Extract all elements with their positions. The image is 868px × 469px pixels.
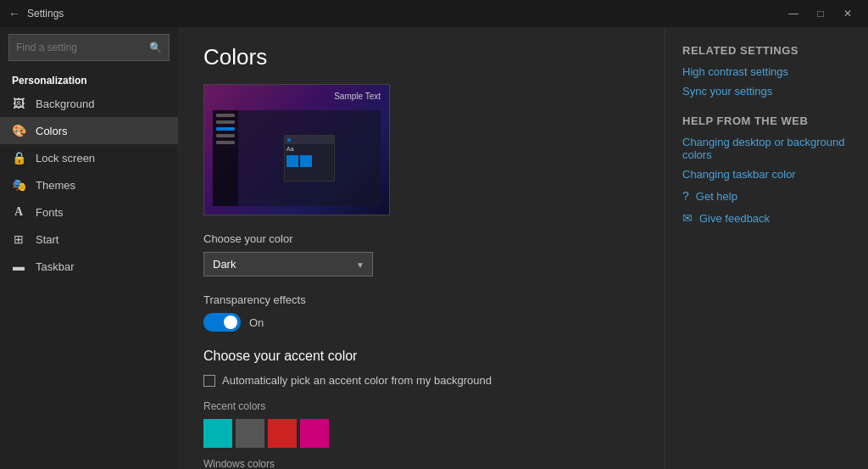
recent-color-swatch[interactable]: [300, 419, 329, 448]
taskbar-icon: ▬: [12, 260, 25, 273]
colors-icon: 🎨: [12, 124, 25, 137]
recent-colors-label: Recent colors: [203, 400, 639, 412]
preview-tiles: [287, 155, 332, 167]
preview-sidebar: [213, 110, 238, 206]
help-heading: Help from the web: [682, 114, 851, 127]
sidebar-label-colors: Colors: [36, 125, 68, 137]
sidebar-label-fonts: Fonts: [36, 206, 64, 219]
sidebar: 🔍 Personalization 🖼 Background 🎨 Colors …: [0, 27, 178, 469]
close-button[interactable]: ✕: [836, 5, 860, 22]
search-input[interactable]: [16, 42, 149, 53]
sidebar-item-taskbar[interactable]: ▬ Taskbar: [0, 253, 178, 280]
preview-tile: [300, 155, 312, 167]
related-settings-heading: Related Settings: [682, 44, 851, 57]
search-box[interactable]: 🔍: [8, 34, 170, 61]
preview-line: [216, 134, 235, 137]
accent-color-section: Choose your accent color Automatically p…: [203, 349, 639, 469]
get-help-link[interactable]: Get help: [696, 190, 737, 203]
auto-pick-label: Automatically pick an accent color from …: [222, 374, 492, 387]
background-icon: 🖼: [12, 97, 25, 110]
sidebar-label-taskbar: Taskbar: [36, 260, 75, 273]
sidebar-label-start: Start: [36, 233, 58, 246]
preview-line-active: [216, 127, 235, 131]
preview-line: [216, 120, 235, 124]
color-preview: Sample Text Aa: [203, 84, 390, 215]
sidebar-label-background: Background: [36, 98, 94, 110]
sidebar-label-themes: Themes: [36, 179, 75, 192]
preview-tile: [287, 155, 298, 167]
get-help-icon: ?: [682, 189, 689, 203]
maximize-button[interactable]: □: [809, 5, 832, 22]
recent-color-swatch[interactable]: [236, 419, 264, 448]
auto-pick-row[interactable]: Automatically pick an accent color from …: [203, 374, 639, 387]
right-panel: Related Settings High contrast settings …: [665, 27, 868, 469]
transparency-label: Transparency effects: [203, 293, 639, 306]
sidebar-section-label: Personalization: [0, 68, 178, 90]
sample-text-label: Sample Text: [334, 92, 381, 101]
titlebar: ← Settings — □ ✕: [0, 0, 868, 27]
preview-window: Aa: [284, 135, 335, 181]
sidebar-item-themes[interactable]: 🎭 Themes: [0, 171, 178, 198]
lock-icon: 🔒: [12, 151, 25, 165]
sidebar-item-start[interactable]: ⊞ Start: [0, 226, 178, 253]
app-body: 🔍 Personalization 🖼 Background 🎨 Colors …: [0, 27, 868, 469]
preview-line: [216, 141, 235, 144]
auto-pick-checkbox[interactable]: [203, 375, 215, 387]
recent-color-swatch[interactable]: [268, 419, 297, 448]
toggle-knob: [224, 315, 237, 329]
transparency-section: Transparency effects On: [203, 293, 639, 332]
sidebar-item-fonts[interactable]: A Fonts: [0, 198, 178, 226]
color-dropdown[interactable]: Light Dark Custom: [203, 252, 373, 276]
preview-main: Aa: [238, 110, 381, 206]
get-help-item[interactable]: ? Get help: [682, 189, 851, 203]
minimize-button[interactable]: —: [782, 5, 805, 22]
give-feedback-icon: ✉: [682, 211, 693, 225]
transparency-toggle-row: On: [203, 313, 639, 332]
preview-line: [216, 114, 235, 117]
search-icon: 🔍: [149, 42, 162, 53]
color-dropdown-wrapper[interactable]: Light Dark Custom ▼: [203, 252, 373, 276]
sidebar-item-colors[interactable]: 🎨 Colors: [0, 117, 178, 144]
preview-window-bar: [285, 136, 334, 144]
preview-inner: Aa: [213, 110, 381, 206]
sync-settings-link[interactable]: Sync your settings: [682, 85, 851, 98]
help-section: Help from the web Changing desktop or ba…: [682, 114, 851, 225]
sidebar-label-lock-screen: Lock screen: [36, 152, 95, 165]
window-controls: — □ ✕: [782, 5, 860, 22]
windows-colors-label: Windows colors: [203, 458, 639, 469]
desktop-colors-link[interactable]: Changing desktop or background colors: [682, 136, 851, 161]
fonts-icon: A: [12, 205, 25, 219]
high-contrast-link[interactable]: High contrast settings: [682, 65, 851, 78]
transparency-toggle[interactable]: [203, 313, 241, 332]
preview-window-label: Aa: [285, 144, 334, 154]
page-title: Colors: [203, 44, 639, 70]
transparency-on-label: On: [249, 316, 264, 329]
choose-color-section: Choose your color Light Dark Custom ▼: [203, 232, 639, 276]
accent-section-heading: Choose your accent color: [203, 349, 639, 364]
main-content: Colors Sample Text Aa: [178, 27, 665, 469]
give-feedback-link[interactable]: Give feedback: [699, 212, 770, 225]
choose-color-label: Choose your color: [203, 232, 639, 245]
preview-dot: [287, 138, 291, 142]
start-icon: ⊞: [12, 232, 25, 246]
recent-color-swatch[interactable]: [203, 419, 232, 448]
themes-icon: 🎭: [12, 178, 25, 192]
give-feedback-item[interactable]: ✉ Give feedback: [682, 211, 851, 225]
sidebar-item-background[interactable]: 🖼 Background: [0, 90, 178, 117]
taskbar-color-link[interactable]: Changing taskbar color: [682, 168, 851, 181]
back-button[interactable]: ←: [8, 7, 20, 20]
titlebar-title: Settings: [27, 8, 64, 20]
sidebar-item-lock-screen[interactable]: 🔒 Lock screen: [0, 144, 178, 171]
recent-colors-swatches: [203, 419, 639, 448]
